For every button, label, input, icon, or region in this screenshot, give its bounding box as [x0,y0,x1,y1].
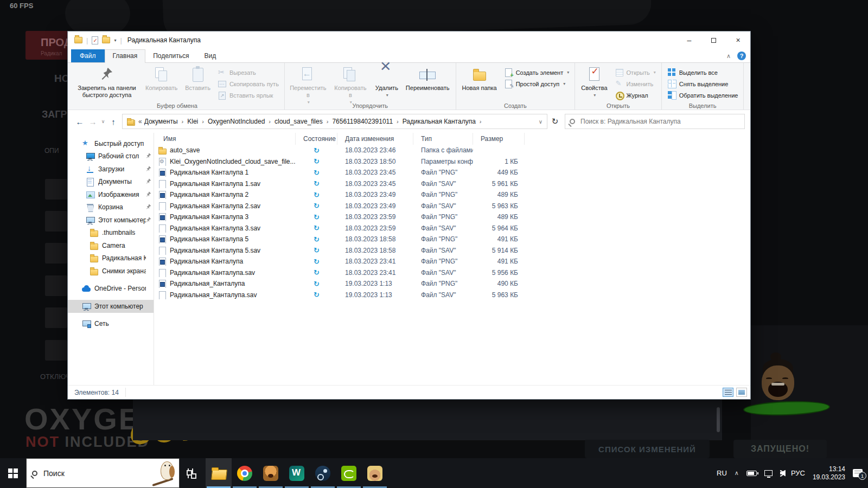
game-menu-button[interactable] [45,211,67,232]
file-row[interactable]: Радикальная Канталупа ↻ 18.03.2023 23:41… [154,256,750,267]
chevron-right-icon[interactable]: › [178,118,188,125]
file-row[interactable]: Радикальная Канталупа 3.sav ↻ 18.03.2023… [154,223,750,234]
file-row[interactable]: Klei_OxygenNotIncluded_cloud_save_file..… [154,156,750,168]
easy-access-button[interactable]: Простой доступ▾ [501,78,573,89]
search-input[interactable] [579,117,740,126]
sidebar-item[interactable]: OneDrive - Personal [68,282,154,296]
game-disconnect-button[interactable]: ОТКЛЮЧ [40,373,71,381]
file-row[interactable]: Радикальная Канталупа 5 ↻ 18.03.2023 18:… [154,234,750,245]
breadcrumb-overflow-icon[interactable]: « [138,118,142,125]
collapse-ribbon-icon[interactable]: ∧ [726,53,731,60]
chevron-right-icon[interactable]: › [476,118,486,125]
taskbar-app-button[interactable] [310,458,336,488]
file-row[interactable]: Радикальная Канталупа 2.sav ↻ 18.03.2023… [154,201,750,212]
taskbar-app-button[interactable] [206,458,232,488]
sidebar-item[interactable]: Снимки экрана [68,265,154,278]
game-changelog-button[interactable]: СПИСОК ИЗМЕНЕНИЙ [585,440,710,458]
column-header-name[interactable]: Имя ˆ [156,133,296,145]
search-box[interactable] [565,114,745,129]
action-center-icon[interactable]: 1 [853,469,863,477]
file-row[interactable]: Радикальная Канталупа 3 ↻ 18.03.2023 23:… [154,211,750,223]
address-bar[interactable]: « Документы› Klei› OxygenNotIncluded› cl… [122,114,547,129]
battery-icon[interactable] [746,471,757,476]
sidebar-item[interactable]: Быстрый доступ [68,137,154,150]
properties-button[interactable]: Свойства▾ [577,65,611,100]
taskbar-app-button[interactable] [336,458,362,488]
history-button[interactable]: Журнал [611,89,659,101]
sidebar-item[interactable]: Корзина [68,201,154,214]
language-indicator[interactable]: RU [717,469,727,477]
up-button[interactable]: ↑ [107,117,120,126]
game-menu-button[interactable] [45,275,67,296]
sidebar-item[interactable]: Документы [68,176,154,189]
file-row[interactable]: auto_save ↻ 18.03.2023 23:46 Папка с фай… [154,145,750,156]
help-icon[interactable]: ? [737,52,746,60]
back-button[interactable]: ← [73,117,86,126]
breadcrumb-item[interactable]: OxygenNotIncluded› [208,118,275,125]
edit-button[interactable]: Изменить [611,78,659,89]
file-row[interactable]: Радикальная Канталупа.sav ↻ 18.03.2023 2… [154,267,750,279]
file-row[interactable]: Радикальная_Канталупа.sav ↻ 19.03.2023 1… [154,290,750,301]
taskbar-app-button[interactable] [258,458,284,488]
thumbnails-view-button[interactable] [736,388,747,397]
chevron-right-icon[interactable]: › [265,118,275,125]
address-dropdown-icon[interactable]: ∨ [539,119,542,125]
tray-expand-icon[interactable]: ∧ [735,470,739,477]
refresh-button[interactable]: ↻ [547,117,563,126]
forward-button[interactable]: → [86,117,99,126]
file-row[interactable]: Радикальная Канталупа 1.sav ↻ 18.03.2023… [154,178,750,190]
move-to-button[interactable]: Переместить в▾ [287,65,329,107]
cut-button[interactable]: Вырезать [214,67,282,78]
file-row[interactable]: Радикальная Канталупа 5.sav ↻ 18.03.2023… [154,245,750,256]
taskbar-search-box[interactable] [26,458,180,488]
tab-view[interactable]: Вид [196,50,224,62]
sidebar-item[interactable]: Этот компьютер [68,214,154,227]
game-menu-button[interactable] [45,243,67,264]
minimize-button[interactable]: – [677,31,701,49]
taskbar-app-button[interactable] [362,458,388,488]
clock[interactable]: 13:14 19.03.2023 [813,465,845,481]
paste-button[interactable]: Вставить [181,65,214,93]
task-view-button[interactable] [180,458,201,488]
new-item-button[interactable]: Создать элемент▾ [501,67,573,78]
column-header-type[interactable]: Тип [413,133,473,145]
select-none-button[interactable]: Снять выделение [664,78,742,89]
open-button[interactable]: Открыть▾ [611,67,659,78]
tab-file[interactable]: Файл [71,49,105,62]
select-all-button[interactable]: Выделить все [664,67,742,78]
breadcrumb-item[interactable]: 76561198402391011› [332,118,402,125]
game-menu-button[interactable] [45,340,67,361]
tab-share[interactable]: Поделиться [145,50,196,62]
sidebar-item[interactable]: Изображения [68,188,154,201]
properties-icon[interactable] [92,36,98,44]
paste-shortcut-button[interactable]: Вставить ярлык [214,89,282,101]
game-menu-button[interactable] [45,179,67,200]
sidebar-item[interactable]: .thumbnails [68,227,154,240]
tab-home[interactable]: Главная [105,49,146,63]
copy-button[interactable]: Копировать [142,65,181,93]
start-button[interactable] [0,458,26,488]
taskbar-app-button[interactable] [284,458,310,488]
invert-selection-button[interactable]: Обратить выделение [664,89,742,101]
column-header-date[interactable]: Дата изменения [337,133,413,145]
file-row[interactable]: Радикальная Канталупа 2 ↻ 18.03.2023 23:… [154,189,750,201]
chevron-right-icon[interactable]: › [393,118,403,125]
rename-button[interactable]: Переименовать [402,65,454,93]
sidebar-item[interactable]: Радикальная Канта [68,252,154,265]
game-load-button[interactable]: ЗАГР [42,109,67,120]
sidebar-item[interactable]: Этот компьютер [68,300,154,313]
close-button[interactable]: × [726,31,750,49]
chevron-right-icon[interactable]: › [323,118,333,125]
copy-path-button[interactable]: Скопировать путь [214,78,282,89]
folder-icon[interactable] [74,37,82,43]
qat-dropdown-icon[interactable]: ▾ [114,38,116,43]
taskbar-app-button[interactable] [232,458,258,488]
file-row[interactable]: Радикальная Канталупа 1 ↻ 18.03.2023 23:… [154,167,750,178]
maximize-button[interactable] [701,31,726,49]
breadcrumb-item[interactable]: Klei› [187,118,208,125]
volume-icon[interactable] [780,470,783,477]
breadcrumb-item[interactable]: cloud_save_files› [275,118,332,125]
network-icon[interactable] [764,470,773,476]
breadcrumb-item[interactable]: Радикальная Канталупа› [403,118,486,125]
column-header-size[interactable]: Размер [473,133,525,145]
